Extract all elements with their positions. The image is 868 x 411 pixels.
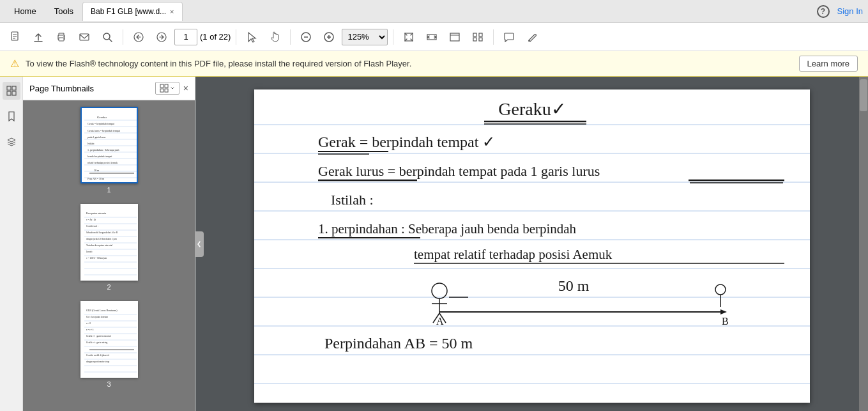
sidebar-icon-strip bbox=[0, 77, 23, 411]
svg-rect-5 bbox=[59, 38, 64, 41]
thumbnail-item-3[interactable]: GLB (Gerak Lurus Beraturan) Ciri : kecep… bbox=[80, 301, 138, 388]
svg-point-123 bbox=[715, 284, 726, 295]
hand-tool-button[interactable] bbox=[264, 27, 285, 47]
sidebar-view-button[interactable] bbox=[155, 82, 179, 95]
svg-text:Perpindahan AB = 50 m: Perpindahan AB = 50 m bbox=[324, 335, 473, 352]
markup-button[interactable] bbox=[522, 27, 542, 47]
svg-text:Istilah :: Istilah : bbox=[88, 142, 95, 145]
svg-point-116 bbox=[432, 283, 447, 299]
svg-text:GLB (Gerak Lurus Beraturan): GLB (Gerak Lurus Beraturan) bbox=[86, 309, 118, 312]
svg-text:1. perpindahan : Seberapa jauh: 1. perpindahan : Seberapa jauh bbox=[88, 148, 119, 151]
pdf-page: Geraku✓ Gerak = berpindah tempat ✓ Gerak… bbox=[254, 89, 810, 403]
svg-text:Geraku✓: Geraku✓ bbox=[498, 99, 565, 119]
bookmarks-icon-btn[interactable] bbox=[3, 107, 20, 125]
thumbnail-scroll-area[interactable]: Geraku Gerak = berpindah tempat Gerak lu… bbox=[23, 100, 195, 411]
tab-close-btn[interactable]: × bbox=[170, 8, 174, 15]
svg-text:s = v × t: s = v × t bbox=[86, 329, 94, 331]
svg-text:Contoh soal :: Contoh soal : bbox=[86, 225, 98, 228]
svg-text:50 m: 50 m bbox=[94, 169, 100, 172]
search-button[interactable] bbox=[97, 27, 118, 47]
next-page-button[interactable] bbox=[151, 27, 172, 47]
tools-tab[interactable]: Tools bbox=[45, 2, 82, 21]
full-screen-button[interactable] bbox=[445, 27, 465, 47]
svg-text:Gerak = berpindah tempat: Gerak = berpindah tempat bbox=[88, 122, 115, 125]
home-tab[interactable]: Home bbox=[5, 2, 45, 21]
separator-4 bbox=[393, 29, 393, 45]
svg-text:tempat relatif terhadap posisi: tempat relatif terhadap posisi Aemuk bbox=[414, 247, 613, 262]
active-tab-label: Bab F1 GLB [www.d... bbox=[91, 7, 166, 16]
fit-width-button[interactable] bbox=[422, 27, 442, 47]
svg-text:50 m: 50 m bbox=[558, 277, 589, 294]
tab-bar: Home Tools Bab F1 GLB [www.d... × ? Sign… bbox=[0, 0, 868, 23]
sidebar-close-button[interactable]: × bbox=[183, 83, 188, 93]
sidebar: Page Thumbnails × bbox=[23, 77, 195, 411]
thumbnail-item[interactable]: Geraku Gerak = berpindah tempat Gerak lu… bbox=[80, 107, 138, 194]
svg-text:B: B bbox=[722, 316, 729, 327]
zoom-out-button[interactable] bbox=[296, 27, 316, 47]
fit-page-button[interactable] bbox=[399, 27, 419, 47]
print-button[interactable] bbox=[51, 27, 72, 47]
layers-icon-btn[interactable] bbox=[3, 133, 20, 151]
thumbnail-content-1: Geraku Gerak = berpindah tempat Gerak lu… bbox=[82, 108, 137, 182]
thumbnails-icon-btn[interactable] bbox=[3, 82, 20, 100]
svg-marker-126 bbox=[720, 309, 727, 314]
thumbnail-label-3: 3 bbox=[107, 380, 110, 388]
svg-rect-19 bbox=[450, 33, 459, 41]
svg-text:Grafik v-t : garis horizontal: Grafik v-t : garis horizontal bbox=[86, 335, 111, 337]
warning-icon: ⚠ bbox=[10, 58, 19, 70]
svg-text:Ciri : kecepatan konstan: Ciri : kecepatan konstan bbox=[86, 316, 108, 318]
prev-page-button[interactable] bbox=[128, 27, 149, 47]
flash-bar: ⚠ To view the Flash® technology content … bbox=[0, 51, 868, 77]
new-button[interactable] bbox=[5, 27, 26, 47]
open-button[interactable] bbox=[28, 27, 49, 47]
svg-text:Geraku: Geraku bbox=[97, 116, 107, 119]
svg-rect-25 bbox=[7, 86, 11, 90]
thumbnail-label-2: 2 bbox=[107, 283, 110, 291]
vertical-scrollbar[interactable] bbox=[859, 77, 868, 411]
tools3-button[interactable] bbox=[468, 27, 488, 47]
sidebar-collapse-button[interactable] bbox=[195, 231, 204, 257]
select-tool-button[interactable] bbox=[241, 27, 262, 47]
svg-text:relatif terhadap posisi Aemuk: relatif terhadap posisi Aemuk bbox=[88, 161, 118, 164]
sidebar-title: Page Thumbnails bbox=[29, 84, 94, 93]
svg-text:v = Δs / Δt: v = Δs / Δt bbox=[86, 219, 96, 221]
svg-text:Tentukan kecepatan rata-rata!: Tentukan kecepatan rata-rata! bbox=[86, 244, 113, 247]
zoom-in-button[interactable] bbox=[319, 27, 339, 47]
comment-button[interactable] bbox=[499, 27, 519, 47]
separator-3 bbox=[290, 29, 291, 45]
svg-rect-23 bbox=[479, 38, 482, 41]
svg-text:dengan jarak 120 km dalam 2 ja: dengan jarak 120 km dalam 2 jam bbox=[86, 238, 117, 240]
learn-more-button[interactable]: Learn more bbox=[799, 56, 858, 72]
scrollbar-thumb[interactable] bbox=[860, 79, 867, 111]
svg-rect-27 bbox=[7, 91, 11, 95]
svg-rect-29 bbox=[160, 84, 164, 88]
main-area: Page Thumbnails × bbox=[0, 77, 868, 411]
thumbnail-frame-2[interactable]: Kecepatan rata-rata v = Δs / Δt Contoh s… bbox=[80, 204, 138, 281]
svg-text:dengan speedometer tetap: dengan speedometer tetap bbox=[86, 361, 110, 363]
svg-rect-21 bbox=[479, 33, 482, 36]
svg-text:Gerak lurus = berpindah tempat: Gerak lurus = berpindah tempat pada 1 ga… bbox=[318, 163, 600, 179]
zoom-select[interactable]: 125% 50% 75% 100% 150% 200% bbox=[342, 29, 388, 45]
svg-text:Perp AB = 50 m: Perp AB = 50 m bbox=[88, 177, 105, 180]
svg-text:Sebuah mobil bergerak dari A k: Sebuah mobil bergerak dari A ke B bbox=[86, 231, 118, 234]
help-icon[interactable]: ? bbox=[817, 5, 830, 18]
svg-text:a = 0: a = 0 bbox=[86, 322, 91, 325]
svg-text:Gerak = berpindah tempat ✓: Gerak = berpindah tempat ✓ bbox=[318, 134, 495, 150]
thumbnail-item-2[interactable]: Kecepatan rata-rata v = Δs / Δt Contoh s… bbox=[80, 204, 138, 291]
email-button[interactable] bbox=[74, 27, 95, 47]
svg-text:v = 120/2 = 60 km/jam: v = 120/2 = 60 km/jam bbox=[86, 257, 107, 260]
svg-point-6 bbox=[63, 36, 65, 37]
toolbar: (1 of 22) 125% 50% 75% 100% 150% 200% bbox=[0, 23, 868, 51]
svg-text:Grafik s-t : garis miring: Grafik s-t : garis miring bbox=[86, 341, 107, 344]
svg-rect-22 bbox=[473, 38, 476, 41]
svg-rect-7 bbox=[80, 34, 89, 40]
page-number-input[interactable] bbox=[174, 29, 197, 45]
thumbnail-frame-3[interactable]: GLB (Gerak Lurus Beraturan) Ciri : kecep… bbox=[80, 301, 138, 378]
separator-1 bbox=[123, 29, 123, 45]
pdf-area[interactable]: Geraku✓ Gerak = berpindah tempat ✓ Gerak… bbox=[195, 77, 868, 411]
sign-in-button[interactable]: Sign In bbox=[837, 6, 863, 16]
active-tab[interactable]: Bab F1 GLB [www.d... × bbox=[82, 2, 183, 21]
thumbnail-frame-1[interactable]: Geraku Gerak = berpindah tempat Gerak lu… bbox=[80, 107, 138, 183]
separator-5 bbox=[493, 29, 494, 45]
separator-2 bbox=[236, 29, 236, 45]
